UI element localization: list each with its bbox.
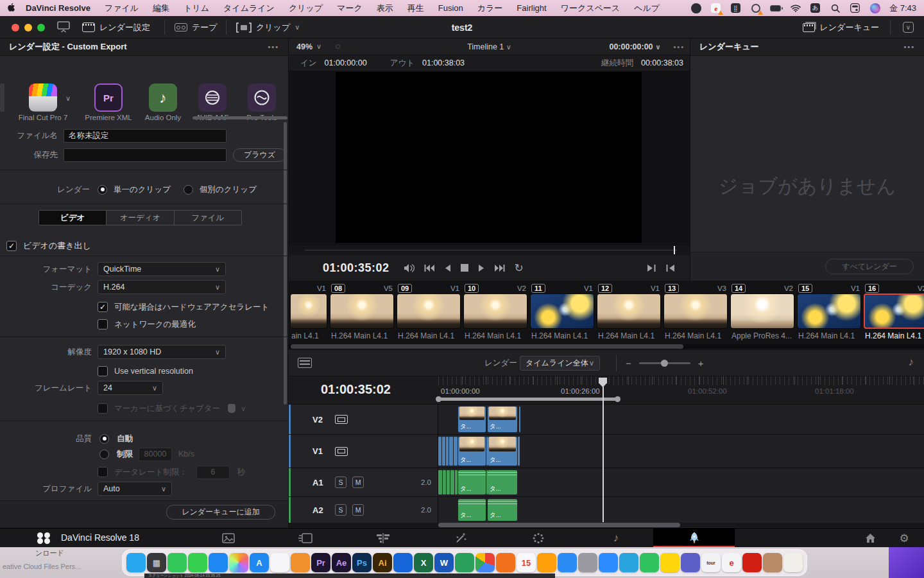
mute-button[interactable]: M [352,477,364,488]
dock-icon-green-app[interactable] [455,553,474,572]
render-all-button[interactable]: すべてレンダー [825,259,914,274]
battery-icon[interactable] [770,3,781,13]
clip-cell[interactable]: V1ain L4.1 [290,283,327,340]
render-range-bar[interactable] [438,398,618,401]
dock-icon-orange-app[interactable] [291,553,310,572]
datarate-input[interactable]: 6 [196,466,230,479]
clip-thumbnail[interactable] [463,293,527,329]
clip-mode-button[interactable]: クリップ ∨ [236,16,300,39]
zoom-out-icon[interactable]: − [626,358,631,369]
clip-cell[interactable]: 10V2H.264 Main L4.1 [463,283,527,340]
page-edit-button[interactable] [372,530,394,546]
render-settings-button[interactable]: レンダー設定 [82,16,150,39]
dock-icon-calendar-white[interactable] [270,553,289,572]
quality-auto-radio[interactable] [99,434,109,444]
format-dropdown[interactable]: QuickTime∨ [98,262,226,276]
stop-icon[interactable] [461,264,468,272]
clip-cell[interactable]: 13V3H.264 Main L4.1 [663,283,728,340]
dock-icon-settings[interactable] [578,553,597,572]
viewer-timecode[interactable]: 01:00:35:02 [323,261,389,275]
spotlight-icon[interactable] [830,3,841,13]
dock-icon-books[interactable] [537,553,556,572]
dock-icon-teams[interactable] [681,553,700,572]
clip-cell[interactable]: 08V5H.264 Main L4.1 [330,283,394,340]
dock-icon-facetime[interactable] [167,553,187,572]
tab-audio[interactable]: オーディオ [107,211,174,225]
individual-clips-radio[interactable] [184,185,193,195]
menu-view[interactable]: 表示 [377,3,393,14]
add-to-render-queue-button[interactable]: レンダーキューに追加 [166,505,275,520]
location-input[interactable] [64,148,227,162]
close-window-button[interactable] [12,24,19,31]
dock-icon-blue-app[interactable] [393,553,413,572]
vertical-res-checkbox[interactable]: ✓ [98,366,108,376]
dock-icon-messages[interactable] [188,553,207,572]
filename-input[interactable]: 名称未設定 [64,129,227,143]
clip-strip-scrollbar[interactable] [289,344,924,349]
hw-accel-checkbox[interactable]: ✓ [98,302,108,312]
menu-trim[interactable]: トリム [184,3,209,14]
dock-icon-tourbox[interactable]: tour [701,553,721,572]
menu-mark[interactable]: マーク [337,3,363,14]
dock-icon-telegram[interactable] [619,553,638,572]
dock-icon-finder[interactable] [126,553,146,572]
clean-feed-icon[interactable] [56,21,71,36]
timeline-clip[interactable]: タ... [488,407,517,432]
tab-file[interactable]: ファイル [175,211,241,225]
clip-cell[interactable]: 14V2Apple ProRes 4... [730,283,794,340]
video-canvas[interactable] [336,72,642,243]
track-lane[interactable]: タ...タ... [438,435,924,468]
solo-button[interactable]: S [335,504,346,516]
step-back-icon[interactable] [444,264,451,272]
render-range-dropdown[interactable]: タイムライン全体∨ [520,356,600,371]
loop-icon[interactable]: ↻ [515,263,524,274]
menu-fairlight[interactable]: Fairlight [517,3,546,13]
clip-cell[interactable]: 09V1H.264 Main L4.1 [397,283,461,340]
timeline-clip[interactable]: タ... [458,407,486,432]
clip-thumbnail[interactable] [330,293,394,329]
siri-icon[interactable] [869,3,880,13]
presets-scrollbar[interactable] [193,116,287,119]
page-color-button[interactable] [527,530,549,546]
go-to-end-icon[interactable] [495,264,505,272]
dock-icon-notes[interactable] [660,553,680,572]
wifi-icon[interactable] [790,3,801,13]
dock-icon-safari[interactable] [558,553,577,572]
page-media-button[interactable] [218,530,239,546]
dock-icon-app-store[interactable]: A [250,553,269,572]
clip-thumbnail[interactable] [530,293,594,329]
menu-color[interactable]: カラー [477,3,503,14]
datarate-checkbox[interactable]: ✓ [98,467,108,477]
preset-premiere-icon[interactable]: Pr [94,83,123,112]
preset-avid-icon[interactable] [198,83,227,112]
go-to-start-icon[interactable] [424,264,434,272]
track-lane[interactable]: タ...タ... [438,497,924,523]
apple-logo-icon[interactable] [8,3,17,13]
page-cut-button[interactable] [295,530,316,546]
viewer-timecode-top[interactable]: 00:00:00:00 ∨ [609,42,661,51]
track-header[interactable]: V1 [289,435,438,468]
chevron-down-icon[interactable]: ∨ [241,405,246,413]
minimize-window-button[interactable] [24,24,32,31]
dock-icon-launchpad[interactable]: ▦ [147,553,166,572]
first-frame-icon[interactable] [666,264,674,272]
timeline-scrollbar[interactable] [289,523,924,527]
page-deliver-button[interactable] [653,529,735,548]
scrub-playhead[interactable] [674,246,675,254]
timeline-zoom-slider[interactable] [639,362,690,364]
tab-video[interactable]: ビデオ [39,211,107,225]
clip-thumbnail[interactable] [290,293,327,329]
track-enable-icon[interactable] [335,447,348,456]
track-enable-icon[interactable] [335,415,348,424]
audio-mute-icon[interactable] [404,263,415,273]
network-opt-checkbox[interactable]: ✓ [98,319,108,329]
clip-thumbnail[interactable] [864,293,924,329]
dock-icon-premiere[interactable]: Pr [311,553,330,572]
preset-protools-icon[interactable] [248,83,276,112]
keyboard-status-icon[interactable]: ⣿ [730,3,741,13]
last-frame-icon[interactable] [647,264,656,272]
menu-edit[interactable]: 編集 [153,3,169,14]
dock-icon-eset[interactable]: e [722,553,741,572]
dock-icon-white-jar[interactable] [783,553,803,572]
clip-thumbnail[interactable] [663,293,728,329]
